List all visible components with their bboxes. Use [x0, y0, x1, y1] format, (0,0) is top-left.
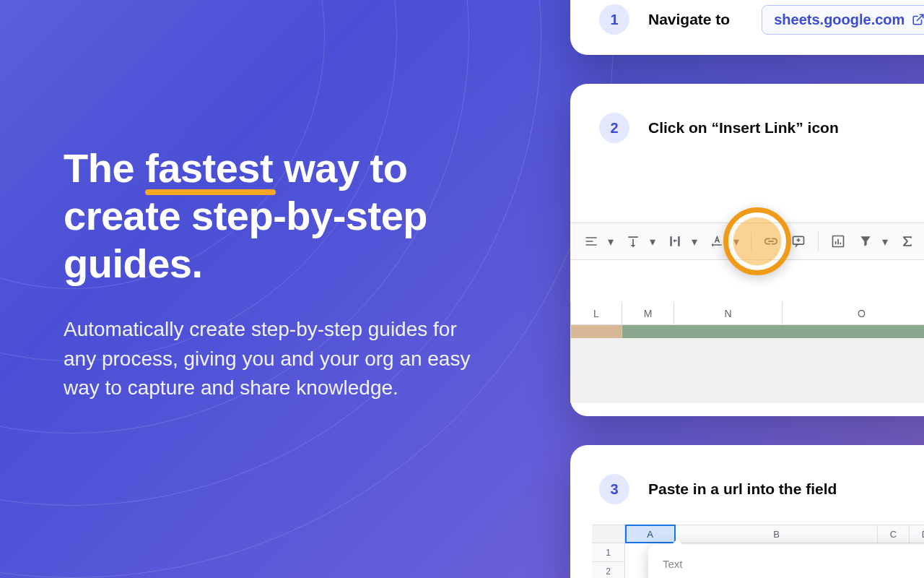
filter-icon[interactable]	[853, 229, 878, 254]
insert-chart-icon[interactable]	[826, 229, 850, 254]
link-popover: Text	[648, 545, 924, 578]
column-header[interactable]: B	[676, 525, 878, 543]
steps-column: 1 Navigate to sheets.google.com 2 Click …	[570, 0, 924, 578]
colored-band-row	[570, 325, 924, 338]
hero-headline: The fastest way to create step-by-step g…	[64, 144, 527, 288]
dropdown-arrow-icon[interactable]: ▾	[606, 235, 615, 249]
step-card-2: 2 Click on “Insert Link” icon ▾ ▾ ▾	[570, 84, 924, 416]
step-card-3: 3 Paste in a url into the field A B C D …	[570, 445, 924, 578]
row-header[interactable]: 2	[592, 562, 625, 578]
hero-subhead: Automatically create step-by-step guides…	[64, 315, 482, 403]
step-card-1: 1 Navigate to sheets.google.com	[570, 0, 924, 55]
column-header[interactable]: M	[622, 302, 674, 324]
row-header[interactable]: 1	[592, 543, 625, 562]
step-url-text: sheets.google.com	[774, 12, 905, 28]
spreadsheet-screenshot: ▾ ▾ ▾ ▾	[570, 172, 924, 403]
column-header[interactable]: D	[910, 525, 924, 543]
column-header[interactable]: C	[878, 525, 910, 543]
spreadsheet-screenshot: A B C D 1 2 Text	[592, 525, 924, 578]
column-header[interactable]: O	[783, 302, 924, 324]
dropdown-arrow-icon[interactable]: ▾	[690, 235, 699, 249]
step-number: 3	[599, 474, 629, 504]
dropdown-arrow-icon[interactable]: ▾	[881, 235, 889, 249]
column-header[interactable]: A	[625, 525, 676, 543]
sheets-toolbar: ▾ ▾ ▾ ▾	[570, 223, 924, 260]
svg-line-0	[918, 14, 923, 20]
click-highlight-ring	[723, 207, 791, 275]
functions-sigma-icon[interactable]	[895, 229, 920, 254]
hero-headline-underlined: fastest	[145, 144, 273, 192]
popover-field-label: Text	[663, 558, 924, 570]
step-url-link[interactable]: sheets.google.com	[762, 5, 924, 35]
step-number: 1	[599, 4, 629, 35]
hero-section: The fastest way to create step-by-step g…	[0, 0, 570, 578]
step-text: Click on “Insert Link” icon	[648, 119, 839, 137]
select-all-corner[interactable]	[592, 525, 625, 543]
step-text: Paste in a url into the field	[648, 480, 837, 498]
wrap-text-icon[interactable]	[663, 229, 687, 254]
external-link-icon	[912, 13, 924, 26]
column-header[interactable]: N	[674, 302, 783, 324]
column-header[interactable]: L	[570, 302, 622, 324]
hero-headline-pre: The	[64, 145, 145, 191]
vertical-align-icon[interactable]	[621, 229, 645, 254]
align-icon[interactable]	[579, 229, 603, 254]
step-number: 2	[599, 113, 629, 143]
dropdown-arrow-icon[interactable]: ▾	[648, 235, 657, 249]
column-headers: L M N O	[570, 302, 924, 325]
step-text: Navigate to	[648, 11, 730, 28]
